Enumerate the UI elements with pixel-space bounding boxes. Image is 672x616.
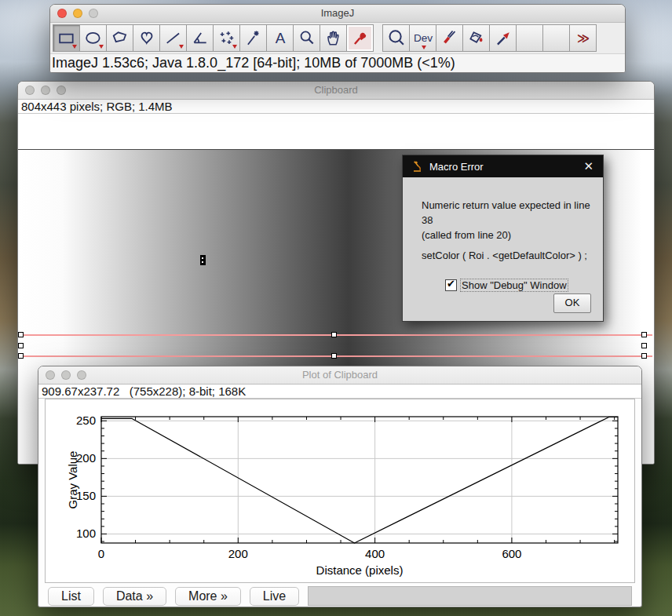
debug-checkbox-row: ✔ Show "Debug" Window [445,279,568,291]
ok-button[interactable]: OK [553,293,591,313]
toolbar-empty-slot [542,24,570,52]
plot-window-title: Plot of Clipboard [38,366,641,384]
macro-error-title: Macro Error [429,161,484,173]
tool-rectangle[interactable] [53,24,80,52]
tool-text[interactable]: A [266,24,294,52]
debug-checkbox-label[interactable]: Show "Debug" Window [461,279,568,291]
polygon-icon [110,28,130,49]
tool-zoom[interactable] [293,24,320,52]
plot-titlebar[interactable]: Plot of Clipboard [38,366,641,385]
tool-magnifier[interactable] [382,24,410,52]
plot-canvas[interactable]: 0200400600100150200250Distance (pixels)G… [45,399,635,583]
tool-menu-indicator [422,46,426,49]
imagej-microscope-icon [411,160,423,173]
tool-menu-indicator [99,45,104,49]
y-axis-label: Gray Value [66,451,79,509]
tool-brush[interactable] [436,24,463,52]
tool-hand[interactable] [320,24,347,52]
roi-handle-bottom-left[interactable] [18,353,24,359]
clipboard-info: 804x443 pixels; RGB; 1.4MB [18,100,654,114]
dropper-icon [350,28,371,49]
plot-button-row: List Data » More » Live [38,583,641,606]
text-icon: A [270,28,290,49]
roi-handle-top-center[interactable] [331,332,337,337]
error-message-line1: Numeric return value expected in line 38 [422,198,603,228]
toolbar-gap [373,24,382,52]
tool-wand[interactable] [239,24,267,52]
clipboard-titlebar[interactable]: Clipboard [18,82,654,100]
imagej-toolbar: ADev≫ [50,23,625,53]
profile-plot: 0200400600100150200250Distance (pixels)G… [46,399,634,582]
svg-text:≫: ≫ [576,31,589,46]
tool-menu-indicator [232,45,237,49]
debug-checkbox[interactable]: ✔ [445,279,457,291]
roi-handle-bottom-center[interactable] [331,353,337,359]
clipboard-window-title: Clipboard [18,82,654,99]
tool-dev[interactable]: Dev [409,24,436,52]
freehand-icon [137,28,157,49]
bucket-icon [466,28,487,49]
svg-text:Dev: Dev [413,31,432,43]
tool-oval[interactable] [79,24,107,52]
arrow-icon [493,28,513,49]
list-button[interactable]: List [48,587,94,606]
imagej-window: ImageJ ADev≫ ImageJ 1.53c6; Java 1.8.0_1… [49,4,626,73]
error-code-line: setColor ( Roi . <getDefaultColor> ) ; [422,250,587,261]
tool-overflow[interactable]: ≫ [569,24,597,52]
hand-icon [323,28,344,49]
toolbar-empty-slot [516,24,543,52]
svg-text:250: 250 [76,414,96,427]
x-axis-label: Distance (pixels) [316,563,404,577]
tool-freehand[interactable] [133,24,160,52]
wand-icon [243,28,264,49]
tool-menu-indicator [179,45,184,49]
magnifier-icon [386,28,407,49]
error-message-line2: (called from line 20) [422,228,603,242]
svg-text:100: 100 [76,527,96,540]
tool-angle[interactable] [186,24,214,52]
tool-arrow[interactable] [489,24,517,52]
imagej-window-title: ImageJ [50,5,625,22]
text-cursor-marker [200,255,206,265]
svg-text:600: 600 [502,547,521,560]
overflow-icon: ≫ [573,28,593,49]
coordinate-readout [308,586,632,606]
roi-handle-mid-left[interactable] [18,343,24,348]
roi-handle-bottom-right[interactable] [641,353,647,359]
plot-window: Plot of Clipboard 909.67x237.72 (755x228… [38,366,642,607]
data-menu-button[interactable]: Data » [103,587,166,606]
zoom-icon [297,28,317,49]
roi-handle-mid-right[interactable] [641,343,647,348]
tool-bucket[interactable] [462,24,490,52]
tool-point[interactable] [213,24,240,52]
tool-polygon[interactable] [106,24,133,52]
tool-line[interactable] [159,24,187,52]
imagej-titlebar[interactable]: ImageJ [50,5,625,23]
image-white-band [18,114,654,149]
angle-icon [190,28,210,49]
tool-dropper[interactable] [346,24,374,52]
imagej-status-bar: ImageJ 1.53c6; Java 1.8.0_172 [64-bit]; … [50,53,625,72]
roi-handle-top-right[interactable] [641,332,647,337]
roi-handle-top-left[interactable] [18,332,24,337]
svg-text:200: 200 [228,547,248,560]
svg-text:A: A [275,29,285,46]
plot-info: 909.67x237.72 (755x228); 8-bit; 168K [38,385,641,399]
close-icon[interactable]: ✕ [583,155,593,177]
macro-error-titlebar[interactable]: Macro Error ✕ [403,155,603,177]
brush-icon [440,28,460,49]
macro-error-body: Numeric return value expected in line 38… [403,177,603,323]
more-menu-button[interactable]: More » [175,587,241,606]
tool-menu-indicator [72,45,77,49]
macro-error-dialog: Macro Error ✕ Numeric return value expec… [402,155,604,322]
live-button[interactable]: Live [250,587,299,606]
svg-text:400: 400 [365,547,385,560]
checkmark-icon: ✔ [447,278,455,290]
svg-text:0: 0 [98,547,104,560]
error-message: Numeric return value expected in line 38… [422,198,603,242]
